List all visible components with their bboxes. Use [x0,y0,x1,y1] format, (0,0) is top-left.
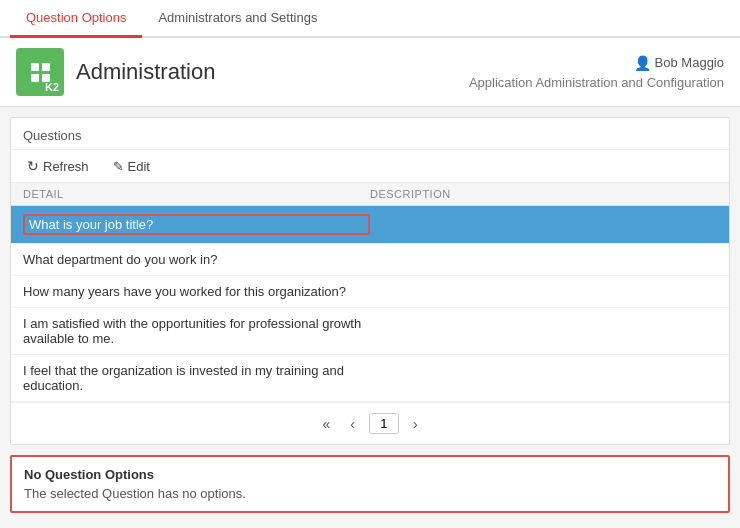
row-description [370,284,717,299]
tab-question-options[interactable]: Question Options [10,0,142,38]
app-subtitle: Application Administration and Configura… [469,75,724,90]
no-options-message: The selected Question has no options. [24,486,716,501]
k2-logo: K2 [16,48,64,96]
header-right: 👤 Bob Maggio Application Administration … [469,55,724,90]
prev-page-button[interactable]: ‹ [344,414,361,434]
col-description: DESCRIPTION [370,188,717,200]
page-title: Administration [76,59,215,85]
table-header: DETAIL DESCRIPTION [11,183,729,206]
row-detail: I feel that the organization is invested… [23,363,370,393]
refresh-icon: ↻ [27,158,39,174]
no-options-title: No Question Options [24,467,716,482]
table-row[interactable]: I am satisfied with the opportunities fo… [11,308,729,355]
edit-icon: ✎ [113,159,124,174]
row-detail: What department do you work in? [23,252,370,267]
edit-label: Edit [128,159,150,174]
pagination: « ‹ › [11,402,729,444]
table-row[interactable]: What department do you work in? [11,244,729,276]
col-detail: DETAIL [23,188,370,200]
section-title: Questions [11,118,729,150]
refresh-label: Refresh [43,159,89,174]
table-row[interactable]: How many years have you worked for this … [11,276,729,308]
toolbar: ↻ Refresh ✎ Edit [11,150,729,183]
header-left: K2 Administration [16,48,215,96]
refresh-button[interactable]: ↻ Refresh [23,156,93,176]
no-options-panel: No Question Options The selected Questio… [10,455,730,513]
user-name: Bob Maggio [655,55,724,70]
row-description [370,214,717,235]
next-page-button[interactable]: › [407,414,424,434]
edit-button[interactable]: ✎ Edit [109,157,154,176]
k2-logo-text: K2 [45,81,59,93]
table-row[interactable]: What is your job title? [11,206,729,244]
user-info: 👤 Bob Maggio [469,55,724,71]
tab-admin-settings[interactable]: Administrators and Settings [142,0,333,38]
row-detail: What is your job title? [23,214,370,235]
row-description [370,316,717,346]
header: K2 Administration 👤 Bob Maggio Applicati… [0,38,740,107]
page-number-input[interactable] [369,413,399,434]
user-icon: 👤 [634,55,651,71]
row-description [370,363,717,393]
first-page-button[interactable]: « [316,414,336,434]
questions-panel: Questions ↻ Refresh ✎ Edit DETAIL DESCRI… [10,117,730,445]
table-row[interactable]: I feel that the organization is invested… [11,355,729,402]
tabs-bar: Question Options Administrators and Sett… [0,0,740,38]
row-detail: I am satisfied with the opportunities fo… [23,316,370,346]
row-description [370,252,717,267]
row-detail: How many years have you worked for this … [23,284,370,299]
